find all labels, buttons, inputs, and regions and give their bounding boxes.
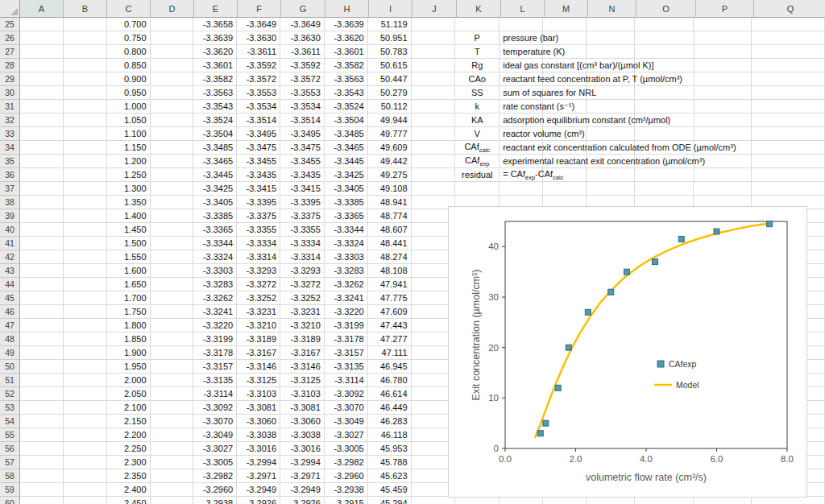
cell-Q35[interactable] <box>752 155 825 168</box>
cell-E35[interactable]: -3.3465 <box>193 155 237 168</box>
cell-D37[interactable] <box>151 182 194 196</box>
cell-B53[interactable] <box>64 401 107 415</box>
cell-H29[interactable]: -3.3563 <box>325 72 368 86</box>
cell-I48[interactable]: 47.277 <box>368 333 412 346</box>
cell-A42[interactable] <box>20 250 64 264</box>
row-header-42[interactable]: 42 <box>0 250 20 264</box>
cell-A40[interactable] <box>20 223 64 237</box>
cell-C55[interactable]: 2.200 <box>107 428 151 442</box>
cell-J31[interactable] <box>412 100 456 114</box>
cell-D57[interactable] <box>151 456 194 469</box>
cell-D43[interactable] <box>151 264 194 278</box>
cell-H30[interactable]: -3.3543 <box>325 86 368 100</box>
cell-F32[interactable]: -3.3514 <box>237 114 280 127</box>
cell-F40[interactable]: -3.3355 <box>237 223 280 237</box>
cell-A35[interactable] <box>20 155 64 168</box>
cell-K26[interactable]: P <box>455 31 500 45</box>
cell-I33[interactable]: 49.777 <box>368 127 412 141</box>
cell-I58[interactable]: 45.623 <box>368 469 412 483</box>
cell-H43[interactable]: -3.3283 <box>325 264 368 278</box>
column-header-A[interactable]: A <box>20 0 64 18</box>
cell-G37[interactable]: -3.3415 <box>280 182 325 196</box>
cell-E37[interactable]: -3.3425 <box>193 182 237 196</box>
cell-A43[interactable] <box>20 264 64 278</box>
cell-Q36[interactable] <box>752 168 825 182</box>
cell-I40[interactable]: 48.607 <box>368 223 412 237</box>
cell-H31[interactable]: -3.3524 <box>325 100 368 114</box>
cell-L33[interactable]: reactor volume (cm³) <box>500 127 543 141</box>
cell-G27[interactable]: -3.3611 <box>280 45 325 59</box>
cell-F26[interactable]: -3.3630 <box>237 31 280 45</box>
cell-I32[interactable]: 49.944 <box>368 114 412 127</box>
cell-A29[interactable] <box>20 72 64 86</box>
cell-I56[interactable]: 45.953 <box>368 442 412 456</box>
cell-C29[interactable]: 0.900 <box>107 72 151 86</box>
row-header-37[interactable]: 37 <box>0 182 20 196</box>
cell-G32[interactable]: -3.3514 <box>280 114 325 127</box>
cell-D54[interactable] <box>151 415 194 428</box>
cell-B43[interactable] <box>64 264 107 278</box>
cell-B29[interactable] <box>64 72 107 86</box>
cell-I52[interactable]: 46.614 <box>368 387 412 401</box>
cell-F50[interactable]: -3.3146 <box>237 360 280 374</box>
cell-I27[interactable]: 50.783 <box>368 45 412 59</box>
cell-H51[interactable]: -3.3114 <box>325 374 368 387</box>
cell-H58[interactable]: -3.2960 <box>325 469 368 483</box>
cell-Q27[interactable] <box>752 45 825 59</box>
cell-B26[interactable] <box>64 31 107 45</box>
cell-C54[interactable]: 2.150 <box>107 415 151 428</box>
cell-G55[interactable]: -3.3038 <box>280 428 325 442</box>
cell-Q32[interactable] <box>752 114 825 127</box>
row-header-32[interactable]: 32 <box>0 114 20 127</box>
cell-E32[interactable]: -3.3524 <box>193 114 237 127</box>
cell-D50[interactable] <box>151 360 194 374</box>
cell-C59[interactable]: 2.400 <box>107 483 151 497</box>
cell-A34[interactable] <box>20 141 64 155</box>
cell-P30[interactable] <box>694 86 752 100</box>
cell-C60[interactable]: 2.450 <box>107 497 151 504</box>
cell-J34[interactable] <box>412 141 456 155</box>
cell-G59[interactable]: -3.2949 <box>280 483 325 497</box>
cell-I49[interactable]: 47.111 <box>368 346 412 360</box>
cell-F41[interactable]: -3.3334 <box>237 237 280 250</box>
cell-Q25[interactable] <box>752 18 825 31</box>
cell-P37[interactable] <box>694 182 752 196</box>
cell-G26[interactable]: -3.3630 <box>280 31 325 45</box>
cell-G28[interactable]: -3.3592 <box>280 59 325 72</box>
cell-H48[interactable]: -3.3178 <box>325 333 368 346</box>
cell-J35[interactable] <box>412 155 456 168</box>
column-header-O[interactable]: O <box>636 0 696 18</box>
row-header-41[interactable]: 41 <box>0 237 20 250</box>
cell-D28[interactable] <box>151 59 194 72</box>
cell-C38[interactable]: 1.350 <box>107 196 151 209</box>
cell-J32[interactable] <box>412 114 456 127</box>
row-header-36[interactable]: 36 <box>0 168 20 182</box>
row-header-29[interactable]: 29 <box>0 72 20 86</box>
cell-E59[interactable]: -3.2960 <box>193 483 237 497</box>
cell-K31[interactable]: k <box>455 100 500 114</box>
cell-K32[interactable]: KA <box>455 114 500 127</box>
cell-B31[interactable] <box>64 100 107 114</box>
cell-G45[interactable]: -3.3252 <box>280 291 325 305</box>
row-header-26[interactable]: 26 <box>0 31 20 45</box>
cell-H56[interactable]: -3.3005 <box>325 442 368 456</box>
cell-G54[interactable]: -3.3060 <box>280 415 325 428</box>
cell-H41[interactable]: -3.3324 <box>325 237 368 250</box>
cell-D34[interactable] <box>151 141 194 155</box>
cell-D51[interactable] <box>151 374 194 387</box>
cell-B58[interactable] <box>64 469 107 483</box>
cell-F47[interactable]: -3.3210 <box>237 319 280 333</box>
cell-F36[interactable]: -3.3435 <box>237 168 280 182</box>
cell-A59[interactable] <box>20 483 64 497</box>
cell-H60[interactable]: -3.2915 <box>325 497 368 504</box>
cell-F48[interactable]: -3.3189 <box>237 333 280 346</box>
cell-I36[interactable]: 49.275 <box>368 168 412 182</box>
cell-I57[interactable]: 45.788 <box>368 456 412 469</box>
cell-N27[interactable] <box>587 45 635 59</box>
cell-D26[interactable] <box>151 31 194 45</box>
cell-I26[interactable]: 50.951 <box>368 31 412 45</box>
column-header-Q[interactable]: Q <box>754 0 825 18</box>
cell-B39[interactable] <box>64 209 107 223</box>
cell-I45[interactable]: 47.775 <box>368 291 412 305</box>
cell-G50[interactable]: -3.3146 <box>280 360 325 374</box>
